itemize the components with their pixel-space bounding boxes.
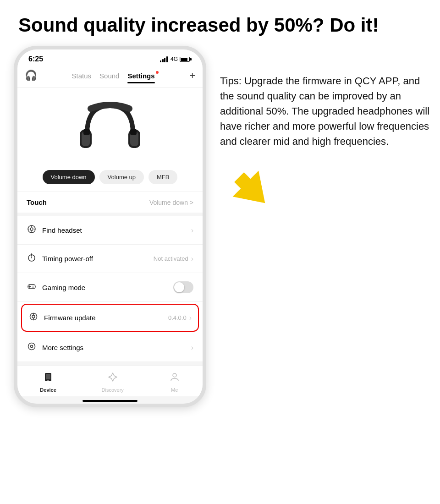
timing-poweroff-label: Timing power-off [42, 255, 93, 263]
status-time: 6:25 [28, 55, 43, 63]
tab-settings[interactable]: Settings [127, 72, 154, 80]
more-settings-left: More settings [27, 342, 83, 353]
status-bar: 6:25 4G [17, 49, 203, 66]
settings-section: Find headset › Timing power-off [17, 216, 203, 362]
gaming-mode-row[interactable]: Gaming mode [17, 273, 203, 302]
svg-marker-28 [226, 164, 278, 216]
firmware-update-icon [28, 312, 38, 323]
timing-poweroff-icon [27, 253, 37, 264]
svg-point-19 [32, 315, 35, 318]
find-headset-icon [27, 225, 37, 236]
nav-tabs: Status Sound Settings [72, 72, 155, 80]
svg-rect-4 [83, 129, 90, 135]
firmware-update-row[interactable]: Firmware update 0.4.0.0 › [21, 304, 199, 332]
timing-poweroff-value: Not activated [154, 255, 188, 262]
nav-device[interactable]: Device [40, 372, 56, 393]
settings-dot [156, 71, 159, 74]
control-buttons: Volume down Volume up MFB [17, 165, 203, 192]
more-settings-row[interactable]: More settings › [17, 334, 203, 362]
headphone-nav-icon: 🎧 [25, 70, 37, 82]
status-icons: 4G [160, 56, 192, 62]
arrow-container [220, 163, 431, 218]
gaming-mode-label: Gaming mode [42, 284, 85, 291]
mfb-button[interactable]: MFB [148, 170, 177, 184]
discovery-icon [107, 372, 118, 385]
nav-me[interactable]: Me [169, 372, 180, 393]
find-headset-left: Find headset [27, 225, 82, 236]
svg-point-16 [33, 285, 33, 286]
yellow-arrow-icon [225, 163, 280, 218]
touch-value: Volume down > [149, 199, 193, 206]
me-icon [169, 372, 180, 385]
firmware-update-right: 0.4.0.0 › [168, 314, 192, 322]
volume-up-button[interactable]: Volume up [99, 170, 144, 184]
firmware-update-value: 0.4.0.0 [168, 314, 187, 321]
headphone-image-area [17, 88, 203, 165]
page-title: Sound quality increased by 50%? Do it! [0, 0, 440, 46]
firmware-update-label: Firmware update [44, 314, 96, 322]
more-settings-label: More settings [42, 344, 83, 351]
signal-icon [160, 56, 168, 62]
svg-rect-5 [130, 129, 137, 135]
find-headset-chevron: › [191, 226, 193, 235]
gaming-mode-left: Gaming mode [27, 282, 85, 293]
svg-point-23 [31, 345, 33, 348]
toggle-knob [174, 282, 184, 292]
touch-row[interactable]: Touch Volume down > [17, 192, 203, 216]
timing-poweroff-right: Not activated › [154, 255, 193, 263]
firmware-update-chevron: › [189, 314, 192, 322]
discovery-label: Discovery [102, 387, 124, 393]
find-headset-label: Find headset [42, 226, 82, 234]
gaming-mode-toggle[interactable] [173, 281, 193, 293]
app-nav: 🎧 Status Sound Settings + [17, 66, 203, 88]
tips-text: Tips: Upgrade the firmware in QCY APP, a… [220, 73, 431, 149]
me-label: Me [171, 387, 178, 393]
battery-icon [180, 57, 192, 62]
add-button[interactable]: + [189, 70, 195, 82]
tab-sound[interactable]: Sound [99, 72, 119, 80]
timing-poweroff-left: Timing power-off [27, 253, 93, 264]
nav-left: 🎧 [25, 70, 37, 82]
firmware-update-left: Firmware update [28, 312, 96, 323]
bottom-nav: Device Discovery Me [17, 366, 203, 396]
more-settings-chevron: › [191, 344, 193, 352]
tab-status[interactable]: Status [72, 72, 92, 80]
timing-poweroff-row[interactable]: Timing power-off Not activated › [17, 245, 203, 273]
device-icon [43, 372, 54, 385]
timing-poweroff-chevron: › [191, 255, 193, 263]
gaming-mode-icon [27, 282, 37, 293]
volume-down-button[interactable]: Volume down [43, 170, 95, 184]
right-content: Tips: Upgrade the firmware in QCY APP, a… [220, 46, 431, 218]
nav-discovery[interactable]: Discovery [102, 372, 124, 393]
device-label: Device [40, 387, 56, 393]
svg-point-27 [173, 373, 176, 377]
phone-mockup: 6:25 4G 🎧 [14, 46, 206, 407]
find-headset-row[interactable]: Find headset › [17, 216, 203, 245]
svg-rect-26 [47, 380, 49, 381]
headphone-image [73, 97, 147, 161]
home-indicator [82, 400, 138, 402]
svg-point-7 [30, 228, 33, 230]
svg-rect-25 [46, 374, 50, 379]
touch-label: Touch [27, 198, 47, 206]
more-settings-icon [27, 342, 37, 353]
svg-point-22 [28, 343, 35, 350]
svg-point-17 [33, 287, 33, 288]
network-label: 4G [170, 56, 178, 62]
